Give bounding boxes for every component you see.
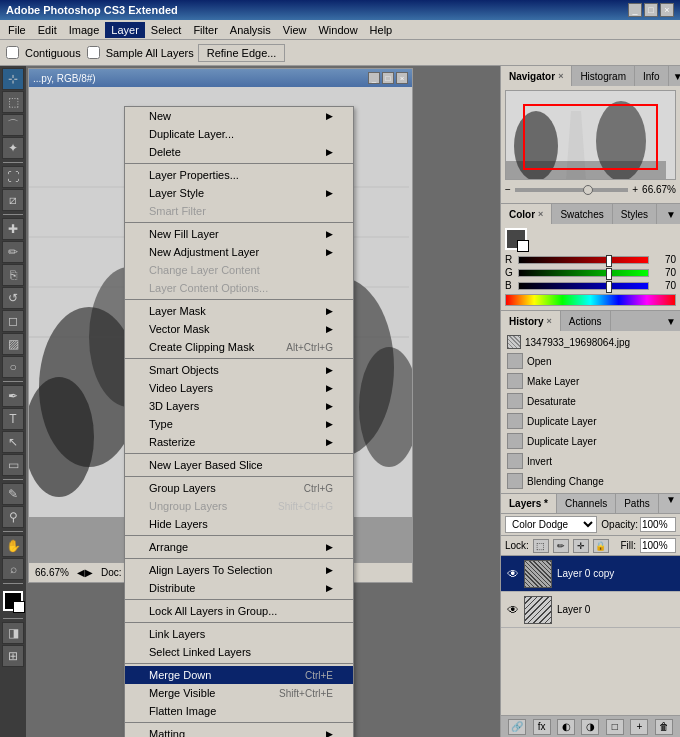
menu-item-new-adj[interactable]: New Adjustment Layer ▶ [125, 243, 353, 261]
menu-item-hide-layers[interactable]: Hide Layers [125, 515, 353, 533]
layer-0-visibility[interactable]: 👁 [505, 566, 521, 582]
tool-type[interactable]: T [2, 408, 24, 430]
menu-item-vector-mask[interactable]: Vector Mask ▶ [125, 320, 353, 338]
tool-path-select[interactable]: ↖ [2, 431, 24, 453]
menu-item-merge-visible[interactable]: Merge Visible Shift+Ctrl+E [125, 684, 353, 702]
tool-screen[interactable]: ⊞ [2, 645, 24, 667]
menu-item-smart-objects[interactable]: Smart Objects ▶ [125, 361, 353, 379]
tab-actions[interactable]: Actions [561, 311, 611, 331]
history-item-1[interactable]: Open [503, 351, 678, 371]
menu-item-layer-style[interactable]: Layer Style ▶ [125, 184, 353, 202]
layers-new-btn[interactable]: + [630, 719, 648, 735]
tool-brush[interactable]: ✏ [2, 241, 24, 263]
tab-swatches[interactable]: Swatches [552, 204, 612, 224]
history-item-5[interactable]: Duplicate Layer [503, 431, 678, 451]
tool-gradient[interactable]: ▨ [2, 333, 24, 355]
tool-history-brush[interactable]: ↺ [2, 287, 24, 309]
tool-move[interactable]: ⊹ [2, 68, 24, 90]
zoom-plus-icon[interactable]: + [632, 184, 638, 195]
menu-item-link-layers[interactable]: Link Layers [125, 625, 353, 643]
history-item-0[interactable]: 1347933_19698064.jpg [503, 333, 678, 351]
menu-view[interactable]: View [277, 22, 313, 38]
tab-styles[interactable]: Styles [613, 204, 657, 224]
arrow-btn[interactable]: ◀▶ [77, 567, 93, 578]
red-slider-thumb[interactable] [606, 255, 612, 267]
menu-item-new-fill[interactable]: New Fill Layer ▶ [125, 225, 353, 243]
history-item-2[interactable]: Make Layer [503, 371, 678, 391]
tool-crop[interactable]: ⛶ [2, 166, 24, 188]
lock-move-btn[interactable]: ✛ [573, 539, 589, 553]
layers-link-btn[interactable]: 🔗 [508, 719, 526, 735]
tool-clone[interactable]: ⎘ [2, 264, 24, 286]
background-color[interactable] [517, 240, 529, 252]
tab-color[interactable]: Color× [501, 204, 552, 224]
history-collapse[interactable]: ▼ [662, 316, 680, 327]
blend-mode-select[interactable]: Color Dodge Normal Multiply Screen [505, 516, 597, 533]
color-spectrum-bar[interactable] [505, 294, 676, 306]
color-swatch[interactable] [3, 591, 23, 611]
tool-zoom[interactable]: ⌕ [2, 558, 24, 580]
menu-item-select-linked[interactable]: Select Linked Layers [125, 643, 353, 661]
menu-item-video-layers[interactable]: Video Layers ▶ [125, 379, 353, 397]
blue-slider-thumb[interactable] [606, 281, 612, 293]
layers-collapse[interactable]: ▼ [662, 494, 680, 513]
doc-minimize[interactable]: _ [368, 72, 380, 84]
zoom-slider[interactable] [515, 188, 628, 192]
menu-item-align[interactable]: Align Layers To Selection ▶ [125, 561, 353, 579]
tab-histogram[interactable]: Histogram [572, 66, 635, 86]
menu-select[interactable]: Select [145, 22, 188, 38]
menu-file[interactable]: File [2, 22, 32, 38]
menu-edit[interactable]: Edit [32, 22, 63, 38]
layer-dropdown-menu[interactable]: New ▶ Duplicate Layer... Delete ▶ Layer … [124, 106, 354, 737]
tab-info[interactable]: Info [635, 66, 669, 86]
menu-item-flatten[interactable]: Flatten Image [125, 702, 353, 720]
tab-channels[interactable]: Channels [557, 494, 616, 513]
tool-mask[interactable]: ◨ [2, 622, 24, 644]
layer-1-visibility[interactable]: 👁 [505, 602, 521, 618]
tab-layers[interactable]: Layers * [501, 494, 557, 513]
blue-slider-track[interactable] [518, 282, 649, 290]
tool-pen[interactable]: ✒ [2, 385, 24, 407]
menu-item-layer-props[interactable]: Layer Properties... [125, 166, 353, 184]
navigator-collapse[interactable]: ▼ [669, 71, 680, 82]
opacity-input[interactable] [640, 517, 676, 532]
tool-marquee[interactable]: ⬚ [2, 91, 24, 113]
menu-item-delete[interactable]: Delete ▶ [125, 143, 353, 161]
red-slider-track[interactable] [518, 256, 649, 264]
menu-item-layer-mask[interactable]: Layer Mask ▶ [125, 302, 353, 320]
layers-group-btn[interactable]: □ [606, 719, 624, 735]
history-item-7[interactable]: Blending Change [503, 471, 678, 491]
tab-navigator[interactable]: Navigator× [501, 66, 572, 86]
history-item-3[interactable]: Desaturate [503, 391, 678, 411]
tool-shape[interactable]: ▭ [2, 454, 24, 476]
history-item-6[interactable]: Invert [503, 451, 678, 471]
doc-maximize[interactable]: □ [382, 72, 394, 84]
menu-filter[interactable]: Filter [187, 22, 223, 38]
menu-item-3d-layers[interactable]: 3D Layers ▶ [125, 397, 353, 415]
foreground-color[interactable] [505, 228, 527, 250]
tool-lasso[interactable]: ⌒ [2, 114, 24, 136]
minimize-button[interactable]: _ [628, 3, 642, 17]
menu-image[interactable]: Image [63, 22, 106, 38]
green-slider-track[interactable] [518, 269, 649, 277]
layer-item-0[interactable]: 👁 Layer 0 copy [501, 556, 680, 592]
close-button[interactable]: × [660, 3, 674, 17]
lock-transparent-btn[interactable]: ⬚ [533, 539, 549, 553]
tool-notes[interactable]: ✎ [2, 483, 24, 505]
menu-item-duplicate[interactable]: Duplicate Layer... [125, 125, 353, 143]
lock-all-btn[interactable]: 🔒 [593, 539, 609, 553]
doc-close[interactable]: × [396, 72, 408, 84]
menu-analysis[interactable]: Analysis [224, 22, 277, 38]
layers-fx-btn[interactable]: fx [533, 719, 551, 735]
menu-window[interactable]: Window [312, 22, 363, 38]
fill-input[interactable] [640, 538, 676, 553]
sample-all-checkbox[interactable] [87, 46, 100, 59]
zoom-minus-icon[interactable]: − [505, 184, 511, 195]
refine-edge-button[interactable]: Refine Edge... [198, 44, 286, 62]
history-item-4[interactable]: Duplicate Layer [503, 411, 678, 431]
tab-history[interactable]: History× [501, 311, 561, 331]
contiguous-checkbox[interactable] [6, 46, 19, 59]
menu-item-distribute[interactable]: Distribute ▶ [125, 579, 353, 597]
menu-item-merge-down[interactable]: Merge Down Ctrl+E [125, 666, 353, 684]
tool-slice[interactable]: ⧄ [2, 189, 24, 211]
